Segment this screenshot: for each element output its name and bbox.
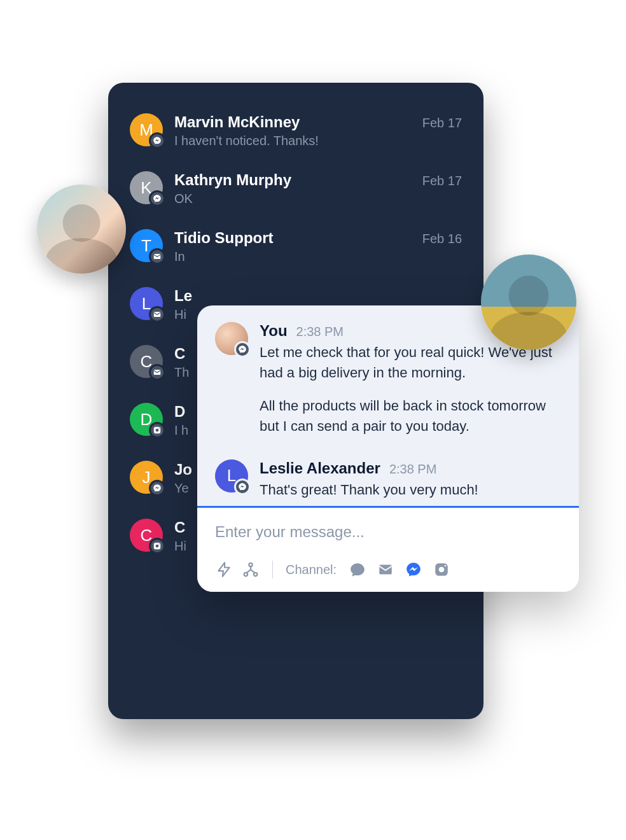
message-sender: Leslie Alexander bbox=[260, 459, 380, 477]
conversation-name: Tidio Support bbox=[174, 229, 274, 247]
conversation-avatar: M bbox=[130, 113, 163, 146]
conversation-avatar: K bbox=[130, 171, 163, 204]
conversation-avatar: C bbox=[130, 345, 163, 378]
messenger-badge-icon bbox=[149, 190, 165, 207]
customer-avatar-photo bbox=[481, 255, 576, 350]
conversation-name: Le bbox=[174, 287, 192, 305]
conversation-avatar: L bbox=[130, 287, 163, 320]
messenger-badge-icon bbox=[149, 132, 165, 149]
message-avatar-photo bbox=[215, 322, 248, 355]
mail-badge-icon bbox=[149, 306, 165, 323]
instagram-badge-icon bbox=[149, 422, 165, 438]
svg-point-4 bbox=[156, 429, 159, 432]
message-time: 2:38 PM bbox=[389, 462, 436, 477]
messenger-badge-icon bbox=[234, 479, 251, 495]
conversation-preview: I haven't noticed. Thanks! bbox=[174, 134, 462, 148]
message-composer: Channel: bbox=[197, 506, 579, 592]
message-text: That's great! Thank you very much! bbox=[260, 480, 561, 500]
conversation-name: D bbox=[174, 403, 185, 421]
message-time: 2:38 PM bbox=[296, 325, 344, 339]
channel-chat-icon[interactable] bbox=[348, 560, 367, 579]
message-input[interactable] bbox=[215, 523, 561, 541]
conversation-name: Marvin McKinney bbox=[174, 113, 300, 131]
composer-toolbar: Channel: bbox=[215, 560, 561, 579]
conversation-avatar: T bbox=[130, 229, 163, 262]
conversation-item[interactable]: M Marvin McKinney Feb 17 I haven't notic… bbox=[127, 102, 464, 160]
conversation-item[interactable]: K Kathryn Murphy Feb 17 OK bbox=[127, 160, 464, 218]
channel-email-icon[interactable] bbox=[376, 560, 395, 579]
quick-reply-icon[interactable] bbox=[215, 561, 233, 578]
conversation-name: Kathryn Murphy bbox=[174, 171, 291, 189]
messenger-badge-icon bbox=[234, 341, 251, 358]
message-text: Let me check that for you real quick! We… bbox=[260, 342, 561, 383]
conversation-avatar: C bbox=[130, 519, 163, 552]
mail-badge-icon bbox=[149, 364, 165, 381]
svg-point-14 bbox=[439, 567, 445, 573]
svg-point-15 bbox=[445, 565, 447, 567]
channel-label: Channel: bbox=[286, 563, 337, 577]
toolbar-divider bbox=[272, 561, 273, 578]
conversation-name: C bbox=[174, 345, 185, 363]
message-text: All the products will be back in stock t… bbox=[260, 396, 561, 437]
message-avatar-initial: L bbox=[215, 459, 248, 493]
channel-instagram-icon[interactable] bbox=[432, 560, 451, 579]
message-sender: You bbox=[260, 322, 288, 340]
workflow-icon[interactable] bbox=[242, 561, 260, 578]
messenger-badge-icon bbox=[149, 480, 165, 496]
conversation-preview: In bbox=[174, 249, 462, 264]
operator-avatar-photo bbox=[37, 185, 126, 274]
conversation-avatar: J bbox=[130, 461, 163, 494]
conversation-date: Feb 17 bbox=[422, 174, 462, 188]
conversation-date: Feb 16 bbox=[422, 232, 462, 246]
svg-point-5 bbox=[158, 428, 160, 429]
svg-point-7 bbox=[156, 545, 159, 548]
mail-badge-icon bbox=[149, 248, 165, 265]
svg-point-9 bbox=[249, 563, 252, 566]
svg-point-8 bbox=[158, 543, 160, 545]
instagram-badge-icon bbox=[149, 538, 165, 554]
conversation-name: Jo bbox=[174, 461, 192, 479]
conversation-name: C bbox=[174, 519, 185, 536]
conversation-item[interactable]: T Tidio Support Feb 16 In bbox=[127, 218, 464, 276]
channel-messenger-icon[interactable] bbox=[404, 560, 423, 579]
conversation-date: Feb 17 bbox=[422, 116, 462, 130]
conversation-avatar: D bbox=[130, 403, 163, 436]
conversation-preview: OK bbox=[174, 192, 462, 206]
chat-message: L Leslie Alexander 2:38 PM That's great!… bbox=[197, 443, 579, 507]
